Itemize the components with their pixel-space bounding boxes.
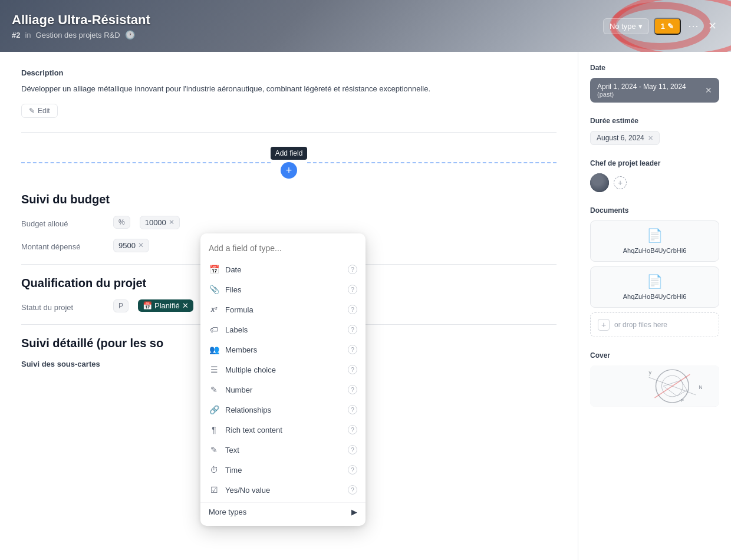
doc-file-icon-2: 📄 xyxy=(647,274,663,289)
add-field-dropdown: 📅 Date ? 📎 Files ? x² Formula ? 🏷 Labels… xyxy=(200,233,366,526)
dropdown-item-files[interactable]: 📎 Files ? xyxy=(200,279,366,299)
dropdown-item-text[interactable]: ✎ Text ? xyxy=(200,440,366,460)
dropdown-item-relationships[interactable]: 🔗 Relationships ? xyxy=(200,400,366,420)
formula-help-icon[interactable]: ? xyxy=(348,305,357,314)
rel-help-icon[interactable]: ? xyxy=(348,405,357,414)
dropdown-item-members[interactable]: 👥 Members ? xyxy=(200,340,366,360)
statut-tag: 📅 Planifié ✕ xyxy=(138,299,193,312)
budget-alloue-label: Budget alloué xyxy=(21,216,104,228)
dropdown-search-area xyxy=(200,238,366,259)
budget-alloue-row: Budget alloué % 10000 ✕ xyxy=(21,216,557,229)
budget-title: Suivi du budget xyxy=(21,193,557,206)
dropdown-search-input[interactable] xyxy=(209,243,357,253)
dropdown-item-time[interactable]: ⏱ Time ? xyxy=(200,460,366,480)
sidebar-duree-section: Durée estimée August 6, 2024 ✕ xyxy=(590,117,719,145)
dropdown-item-formula[interactable]: x² Formula ? xyxy=(200,299,366,319)
avatar xyxy=(590,173,609,192)
yesno-help-icon[interactable]: ? xyxy=(348,485,357,495)
formula-icon: x² xyxy=(209,304,219,315)
badge-button[interactable]: 1 ✎ xyxy=(654,18,681,35)
number-help-icon[interactable]: ? xyxy=(348,385,357,394)
duree-remove-icon[interactable]: ✕ xyxy=(648,134,653,142)
description-label: Description xyxy=(21,68,557,77)
main-layout: Description Développer un alliage métall… xyxy=(0,52,731,560)
budget-alloue-remove[interactable]: ✕ xyxy=(169,218,174,226)
montant-depense-tag: 9500 ✕ xyxy=(113,239,149,252)
dropdown-date-label: Date xyxy=(225,265,342,274)
mc-help-icon[interactable]: ? xyxy=(348,365,357,374)
section-divider-top xyxy=(21,132,557,133)
dropdown-item-date[interactable]: 📅 Date ? xyxy=(200,259,366,279)
left-content: Description Développer un alliage métall… xyxy=(0,52,578,560)
more-button[interactable]: ⋯ xyxy=(686,17,701,35)
doc-name-1: AhqZuHoB4UyCrbHi6 xyxy=(623,247,687,254)
number-icon: ✎ xyxy=(209,384,219,395)
labels-icon: 🏷 xyxy=(209,324,219,335)
no-type-button[interactable]: No type ▾ xyxy=(603,18,649,34)
pencil-icon: ✎ xyxy=(29,107,35,115)
cover-image: y N F xyxy=(590,365,719,407)
add-field-button[interactable]: + xyxy=(281,162,297,179)
sidebar-documents-label: Documents xyxy=(590,206,719,215)
dropdown-time-label: Time xyxy=(225,466,342,475)
sidebar-chef-label: Chef de projet leader xyxy=(590,159,719,167)
badge-label: 1 xyxy=(661,22,665,31)
header-right: No type ▾ 1 ✎ ⋯ ✕ xyxy=(603,17,719,35)
date-range-text: April 1, 2024 - May 11, 2024 xyxy=(597,83,686,91)
svg-text:y: y xyxy=(649,370,652,375)
add-field-row: Add field + xyxy=(21,147,557,179)
date-help-icon[interactable]: ? xyxy=(348,265,357,274)
statut-icon: 📅 xyxy=(143,301,152,310)
members-help-icon[interactable]: ? xyxy=(348,345,357,354)
edit-label: Edit xyxy=(38,107,50,115)
drop-files-plus-icon: + xyxy=(598,319,610,331)
files-help-icon[interactable]: ? xyxy=(348,285,357,294)
richtext-help-icon[interactable]: ? xyxy=(348,425,357,434)
montant-depense-value: 9500 xyxy=(118,241,136,250)
dropdown-item-rich-text[interactable]: ¶ Rich text content ? xyxy=(200,420,366,440)
dropdown-item-number[interactable]: ✎ Number ? xyxy=(200,380,366,400)
document-card-2[interactable]: 📄 AhqZuHoB4UyCrbHi6 xyxy=(590,266,719,308)
description-text: Développer un alliage métallique innovan… xyxy=(21,83,557,95)
dropdown-files-label: Files xyxy=(225,285,342,294)
sidebar-duree-label: Durée estimée xyxy=(590,117,719,125)
dropdown-item-labels[interactable]: 🏷 Labels ? xyxy=(200,319,366,340)
date-range-sub: (past) xyxy=(597,91,686,98)
drop-files-area[interactable]: + or drop files here xyxy=(590,312,719,337)
text-help-icon[interactable]: ? xyxy=(348,445,357,454)
yes-no-icon: ☑ xyxy=(209,485,219,495)
sidebar-date-section: Date April 1, 2024 - May 11, 2024 (past)… xyxy=(590,64,719,103)
dropdown-text-label: Text xyxy=(225,446,342,454)
close-button[interactable]: ✕ xyxy=(706,17,719,35)
time-icon: ⏱ xyxy=(209,465,219,475)
clock-icon[interactable]: 🕐 xyxy=(125,30,135,39)
add-chef-button[interactable]: + xyxy=(614,176,627,189)
cover-preview: y N F xyxy=(590,365,719,407)
dropdown-more-types[interactable]: More types ▶ xyxy=(200,502,366,521)
description-section: Description Développer un alliage métall… xyxy=(21,68,557,118)
rich-text-icon: ¶ xyxy=(209,424,219,435)
dropdown-item-multiple-choice[interactable]: ☰ Multiple choice ? xyxy=(200,360,366,380)
p-badge: P xyxy=(113,299,129,312)
labels-help-icon[interactable]: ? xyxy=(348,325,357,334)
add-field-line-left xyxy=(21,162,271,163)
in-label: in xyxy=(25,31,31,39)
statut-remove[interactable]: ✕ xyxy=(182,301,189,310)
dropdown-item-yes-no[interactable]: ☑ Yes/No value ? xyxy=(200,480,366,500)
header-banner: Alliage Ultra-Résistant #2 in Gestion de… xyxy=(0,0,731,52)
page-title: Alliage Ultra-Résistant xyxy=(12,12,603,28)
document-card-1[interactable]: 📄 AhqZuHoB4UyCrbHi6 xyxy=(590,220,719,262)
dropdown-members-label: Members xyxy=(225,345,342,354)
svg-text:F: F xyxy=(681,398,684,403)
date-remove-icon[interactable]: ✕ xyxy=(705,85,712,95)
files-icon: 📎 xyxy=(209,284,219,295)
statut-value: Planifié xyxy=(154,301,180,310)
time-help-icon[interactable]: ? xyxy=(348,465,357,475)
sidebar-chef-section: Chef de projet leader + xyxy=(590,159,719,192)
sidebar-documents-section: Documents 📄 AhqZuHoB4UyCrbHi6 📄 AhqZuHoB… xyxy=(590,206,719,337)
header-meta: #2 in Gestion des projets R&D 🕐 xyxy=(12,30,603,39)
edit-button[interactable]: ✎ Edit xyxy=(21,104,58,118)
doc-file-icon-1: 📄 xyxy=(647,228,663,243)
doc-name-2: AhqZuHoB4UyCrbHi6 xyxy=(623,293,687,300)
montant-depense-remove[interactable]: ✕ xyxy=(138,241,144,249)
